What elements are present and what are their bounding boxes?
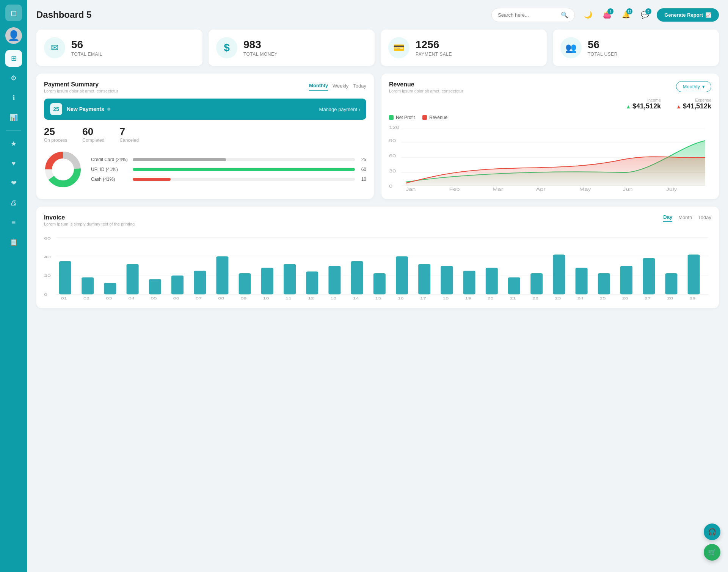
generate-label: Generate Report bbox=[664, 12, 703, 18]
svg-text:22: 22 bbox=[532, 296, 538, 300]
stat-label-user: TOTAL USER bbox=[588, 52, 618, 57]
legend-dot-profit bbox=[389, 115, 394, 120]
invoice-title: Invoice bbox=[44, 214, 135, 221]
manage-payment-link[interactable]: Manage payment › bbox=[319, 107, 360, 112]
invoice-bar-svg: 0 20 40 60 bbox=[44, 232, 711, 301]
revenue-dropdown-button[interactable]: Monthly ▾ bbox=[676, 81, 711, 92]
expense-item: Expense ▲ $41,512k bbox=[676, 98, 711, 110]
wallet-button[interactable]: 👛 2 bbox=[600, 8, 614, 22]
bar-fill-credit bbox=[133, 158, 226, 161]
svg-rect-48 bbox=[463, 271, 475, 294]
tab-today[interactable]: Today bbox=[353, 81, 366, 90]
print-icon: 🖨 bbox=[10, 199, 17, 207]
moon-icon: 🌙 bbox=[584, 11, 592, 19]
svg-rect-44 bbox=[373, 273, 386, 294]
headset-icon: 🎧 bbox=[708, 528, 716, 536]
sidebar-item-info[interactable]: ℹ bbox=[5, 89, 22, 106]
dot-indicator bbox=[107, 108, 110, 111]
svg-rect-43 bbox=[351, 261, 363, 295]
invoice-bar-chart: 0 20 40 60 bbox=[44, 232, 711, 301]
search-box[interactable]: 🔍 bbox=[491, 8, 575, 22]
income-item: Income ▲ $41,512k bbox=[626, 98, 661, 110]
bell-badge: 12 bbox=[626, 8, 632, 14]
fab-support-button[interactable]: 🎧 bbox=[704, 523, 720, 540]
svg-rect-38 bbox=[239, 273, 251, 294]
fab-cart-button[interactable]: 🛒 bbox=[704, 544, 720, 561]
invoice-tab-month[interactable]: Month bbox=[678, 215, 692, 222]
legend-revenue: Revenue bbox=[422, 115, 447, 120]
svg-text:Jun: Jun bbox=[623, 187, 632, 191]
sidebar-item-star[interactable]: ★ bbox=[5, 135, 22, 152]
revenue-subtitle: Lorem ipsum dolor sit amet, consectetur bbox=[389, 89, 463, 93]
sidebar-divider bbox=[6, 130, 21, 131]
donut-chart bbox=[44, 150, 82, 188]
bar-label-credit: Credit Card (24%) bbox=[91, 157, 129, 162]
invoice-header: Invoice Lorem Ipsum is simply dummy text… bbox=[44, 214, 711, 226]
svg-rect-34 bbox=[149, 279, 161, 295]
bar-track-cash bbox=[133, 178, 355, 181]
pstat-num-process: 25 bbox=[44, 126, 67, 138]
svg-text:60: 60 bbox=[44, 237, 51, 241]
svg-text:28: 28 bbox=[667, 296, 673, 300]
income-label: Income bbox=[626, 98, 661, 102]
generate-report-button[interactable]: Generate Report 📈 bbox=[657, 8, 719, 22]
legend-dot-revenue bbox=[422, 115, 427, 120]
stat-label-email: TOTAL EMAIL bbox=[71, 52, 102, 57]
sidebar-logo[interactable]: ◻ bbox=[5, 5, 22, 21]
expense-amount: ▲ $41,512k bbox=[676, 102, 711, 110]
svg-text:15: 15 bbox=[375, 296, 381, 300]
stat-icon-user: 👥 bbox=[560, 37, 582, 58]
payment-bottom: Credit Card (24%) 25 UPI ID (41%) 60 bbox=[44, 150, 366, 188]
sidebar-item-chart[interactable]: 📊 bbox=[5, 109, 22, 126]
svg-rect-57 bbox=[665, 273, 677, 294]
sidebar-item-print[interactable]: 🖨 bbox=[5, 194, 22, 211]
payment-stats: 25 On process 60 Completed 7 Canceled bbox=[44, 126, 366, 143]
tab-weekly[interactable]: Weekly bbox=[333, 81, 348, 90]
invoice-tabs: Day Month Today bbox=[663, 214, 711, 222]
tab-monthly[interactable]: Monthly bbox=[309, 81, 328, 91]
svg-rect-58 bbox=[688, 254, 700, 294]
svg-rect-31 bbox=[82, 277, 94, 295]
svg-text:10: 10 bbox=[263, 296, 269, 300]
stat-number-email: 56 bbox=[71, 39, 102, 51]
svg-text:13: 13 bbox=[330, 296, 336, 300]
sidebar-item-list[interactable]: 📋 bbox=[5, 234, 22, 251]
search-icon[interactable]: 🔍 bbox=[561, 11, 568, 19]
bar-label-cash: Cash (41%) bbox=[91, 177, 129, 182]
bell-button[interactable]: 🔔 12 bbox=[619, 8, 633, 22]
legend-net-profit: Net Profit bbox=[389, 115, 415, 120]
fab-container: 🎧 🛒 bbox=[704, 523, 720, 561]
svg-rect-47 bbox=[441, 266, 453, 295]
stat-icon-payment: 💳 bbox=[388, 37, 410, 58]
sidebar-item-dashboard[interactable]: ⊞ bbox=[5, 50, 22, 67]
header: Dashboard 5 🔍 🌙 👛 2 🔔 12 💬 5 Generate Re bbox=[36, 8, 719, 22]
svg-text:25: 25 bbox=[600, 296, 606, 300]
payment-summary-title-group: Payment Summary Lorem ipsum dolor sit am… bbox=[44, 81, 118, 93]
svg-rect-46 bbox=[418, 264, 430, 295]
chat-button[interactable]: 💬 5 bbox=[638, 8, 652, 22]
svg-text:23: 23 bbox=[555, 296, 561, 300]
stat-info-payment: 1256 PAYMENT SALE bbox=[416, 39, 452, 57]
income-amount: ▲ $41,512k bbox=[626, 102, 661, 110]
bar-row-upi: UPI ID (41%) 60 bbox=[91, 167, 366, 172]
invoice-tab-today[interactable]: Today bbox=[698, 215, 711, 222]
svg-text:20: 20 bbox=[44, 273, 51, 277]
avatar[interactable]: 👤 bbox=[5, 27, 22, 44]
svg-text:Mar: Mar bbox=[493, 187, 504, 191]
theme-toggle-button[interactable]: 🌙 bbox=[581, 8, 595, 22]
bar-value-upi: 60 bbox=[359, 167, 366, 172]
invoice-tab-day[interactable]: Day bbox=[663, 214, 672, 222]
sidebar-item-settings[interactable]: ⚙ bbox=[5, 70, 22, 86]
svg-text:Feb: Feb bbox=[449, 187, 460, 191]
svg-text:21: 21 bbox=[510, 296, 516, 300]
search-input[interactable] bbox=[498, 12, 558, 18]
header-icons: 🌙 👛 2 🔔 12 💬 5 Generate Report 📈 bbox=[581, 8, 719, 22]
svg-text:60: 60 bbox=[389, 154, 396, 158]
invoice-panel: Invoice Lorem Ipsum is simply dummy text… bbox=[36, 207, 719, 308]
svg-text:120: 120 bbox=[389, 125, 399, 130]
sidebar-item-heart2[interactable]: ❤ bbox=[5, 175, 22, 191]
svg-text:17: 17 bbox=[420, 296, 426, 300]
sidebar-item-menu[interactable]: ≡ bbox=[5, 214, 22, 231]
pstat-num-completed: 60 bbox=[82, 126, 104, 138]
sidebar-item-heart[interactable]: ♥ bbox=[5, 155, 22, 172]
